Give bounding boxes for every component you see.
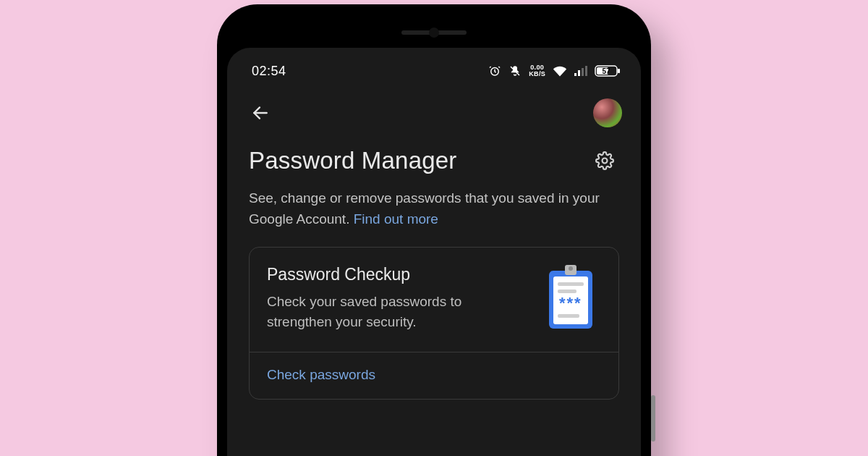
find-out-more-link[interactable]: Find out more [354,211,438,227]
status-bar: 02:54 [227,55,641,87]
svg-rect-15 [558,282,584,286]
battery-pct: 57 [602,67,610,75]
svg-text:***: *** [559,294,582,312]
account-avatar[interactable] [593,98,622,127]
app-bar [227,87,641,139]
password-checkup-card: Password Checkup Check your saved passwo… [249,247,619,400]
svg-rect-4 [582,68,584,76]
back-button[interactable] [246,98,275,127]
check-passwords-button[interactable]: Check passwords [250,352,618,399]
svg-point-10 [603,159,608,164]
battery-indicator: 57 [595,65,621,77]
phone-frame: 02:54 [217,4,651,456]
svg-rect-3 [578,70,580,76]
signal-icon [574,66,587,76]
screen: 02:54 [227,48,641,456]
data-rate-unit: KB/S [529,71,545,77]
content: Password Manager See, change or remove p… [227,139,641,400]
svg-rect-7 [618,69,620,73]
phone-bezel: 02:54 [227,14,641,456]
clipboard-icon: *** [545,265,601,336]
front-camera [429,28,439,38]
power-button [651,395,655,442]
gear-icon [595,151,614,170]
wifi-icon [553,65,567,77]
card-body: Password Checkup Check your saved passwo… [250,248,618,352]
title-row: Password Manager [249,146,619,175]
arrow-left-icon [251,104,270,122]
svg-rect-18 [558,314,579,318]
svg-rect-5 [585,66,587,76]
svg-rect-16 [558,290,576,293]
mute-icon [509,64,522,77]
card-title: Password Checkup [267,265,530,284]
alarm-icon [488,64,501,77]
svg-rect-2 [574,73,576,76]
card-description: Check your saved passwords to strengthen… [267,292,530,332]
page-subtitle: See, change or remove passwords that you… [249,188,619,229]
status-right: 0.00 KB/S [488,64,621,77]
svg-point-13 [569,266,573,271]
page-title: Password Manager [249,147,457,174]
clock: 02:54 [252,64,286,79]
data-rate: 0.00 KB/S [529,64,545,77]
settings-button[interactable] [590,146,619,175]
